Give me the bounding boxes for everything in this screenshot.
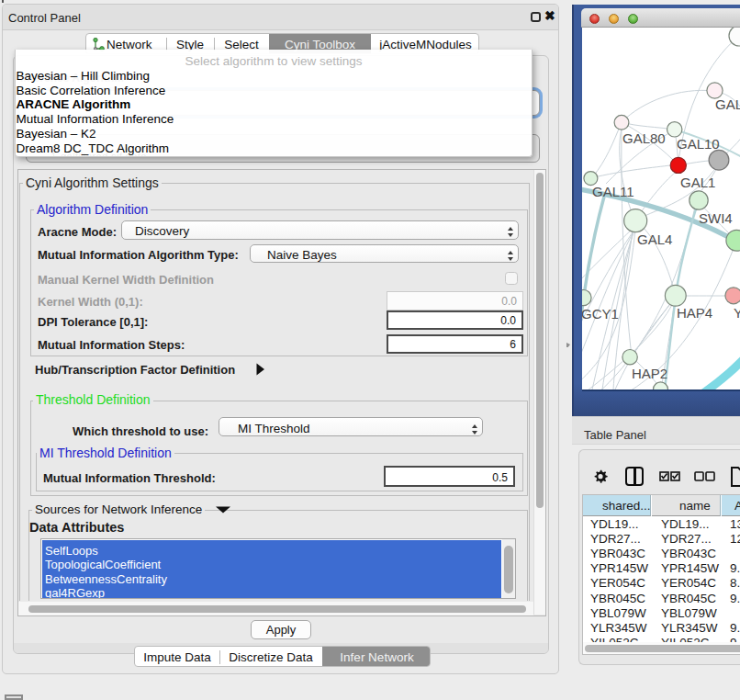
svg-text:Y: Y bbox=[734, 305, 740, 321]
svg-text:GAL1: GAL1 bbox=[680, 175, 715, 190]
svg-text:HAP4: HAP4 bbox=[677, 305, 712, 321]
svg-text:HAP2: HAP2 bbox=[632, 366, 667, 381]
svg-text:GAL11: GAL11 bbox=[592, 184, 634, 199]
svg-text:GCY1: GCY1 bbox=[582, 306, 619, 322]
svg-text:GAL: GAL bbox=[715, 96, 740, 112]
svg-text:GAL80: GAL80 bbox=[622, 130, 666, 146]
svg-text:GAL10: GAL10 bbox=[677, 136, 720, 152]
svg-text:SWI4: SWI4 bbox=[699, 210, 733, 226]
svg-text:GAL4: GAL4 bbox=[637, 231, 672, 247]
